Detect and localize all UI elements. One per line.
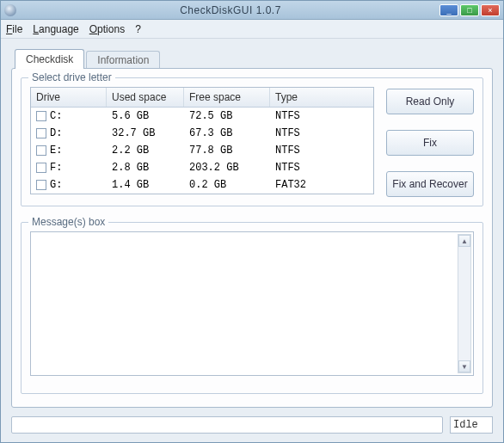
used-space: 2.8 GB [107,161,184,175]
read-only-button[interactable]: Read Only [386,89,474,114]
minimize-button[interactable]: _ [439,4,458,16]
used-space: 1.4 GB [107,178,184,192]
scroll-up-icon[interactable]: ▲ [458,235,470,247]
drive-checkbox[interactable] [36,163,46,173]
scroll-down-icon[interactable]: ▼ [458,360,470,372]
messages-scrollbar[interactable]: ▲ ▼ [458,234,471,373]
messages-fieldset: Message(s) box ▲ ▼ [21,222,483,394]
menu-language[interactable]: Language [33,23,78,35]
fix-button[interactable]: Fix [386,130,474,156]
col-free[interactable]: Free space [184,88,270,107]
drive-checkbox[interactable] [36,180,46,190]
drive-letter: E: [50,145,62,157]
drive-table-body: C:5.6 GB72.5 GBNTFSD:32.7 GB67.3 GBNTFSE… [31,108,373,194]
used-space: 5.6 GB [107,109,184,123]
client-area: Checkdisk Information Select drive lette… [1,39,503,442]
tab-checkdisk[interactable]: Checkdisk [15,49,84,69]
free-space: 77.8 GB [184,144,270,157]
drive-legend: Select drive letter [28,71,115,83]
tab-strip: Checkdisk Information [15,49,493,69]
drive-letter: G: [50,179,62,191]
menu-help[interactable]: ? [135,23,141,35]
close-button[interactable]: × [481,4,500,16]
table-row[interactable]: D:32.7 GB67.3 GBNTFS [31,125,373,142]
used-space: 2.2 GB [107,144,184,157]
col-type[interactable]: Type [270,88,373,107]
used-space: 32.7 GB [107,126,184,140]
drive-letter: F: [50,162,62,174]
table-row[interactable]: G:1.4 GB0.2 GBFAT32 [31,176,373,194]
titlebar[interactable]: CheckDiskGUI 1.0.7 _ □ × [1,1,503,20]
drive-checkbox[interactable] [36,145,46,156]
window-buttons: _ □ × [439,4,500,16]
fs-type: FAT32 [270,178,365,192]
drive-checkbox[interactable] [36,111,46,121]
table-row[interactable]: F:2.8 GB203.2 GBNTFS [31,159,373,176]
status-label: Idle [450,416,493,434]
table-row[interactable]: E:2.2 GB77.8 GBNTFS [31,142,373,159]
drive-table: Drive Used space Free space Type C:5.6 G… [30,87,374,194]
free-space: 72.5 GB [184,109,270,123]
fs-type: NTFS [270,144,365,157]
status-row: Idle [11,416,493,434]
free-space: 0.2 GB [184,178,270,192]
menubar: File Language Options ? [1,20,503,39]
drive-checkbox[interactable] [36,128,46,138]
drive-letter: D: [50,127,62,139]
drive-fieldset: Select drive letter Drive Used space Fre… [21,77,483,206]
fs-type: NTFS [270,126,365,140]
table-row[interactable]: C:5.6 GB72.5 GBNTFS [31,108,373,125]
action-buttons: Read Only Fix Fix and Recover [386,89,474,197]
maximize-button[interactable]: □ [460,4,479,16]
main-window: CheckDiskGUI 1.0.7 _ □ × File Language O… [0,0,504,443]
messages-legend: Message(s) box [28,216,108,228]
menu-file[interactable]: File [6,23,22,35]
app-icon [4,4,16,16]
drive-letter: C: [50,110,62,122]
fix-recover-button[interactable]: Fix and Recover [386,171,474,197]
menu-options[interactable]: Options [89,23,125,35]
col-drive[interactable]: Drive [31,88,107,107]
drive-table-header: Drive Used space Free space Type [31,88,373,108]
progress-bar [11,416,443,434]
window-title: CheckDiskGUI 1.0.7 [22,4,439,16]
col-used[interactable]: Used space [107,88,184,107]
fs-type: NTFS [270,161,365,175]
fs-type: NTFS [270,109,365,123]
tab-panel: Select drive letter Drive Used space Fre… [11,68,493,408]
free-space: 67.3 GB [184,126,270,140]
free-space: 203.2 GB [184,161,270,175]
messages-box[interactable]: ▲ ▼ [30,231,474,376]
